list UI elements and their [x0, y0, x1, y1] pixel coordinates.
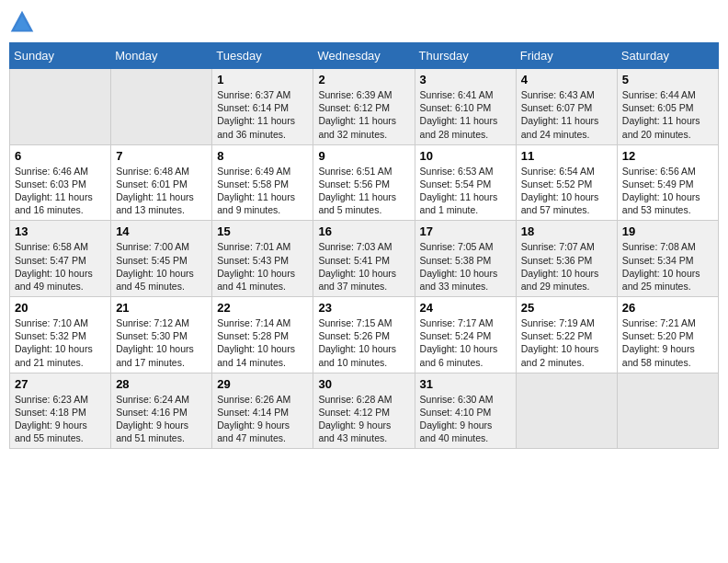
cell-details: Sunrise: 6:24 AM Sunset: 4:16 PM Dayligh…: [116, 393, 207, 445]
calendar-week-row: 27Sunrise: 6:23 AM Sunset: 4:18 PM Dayli…: [10, 373, 719, 449]
cell-details: Sunrise: 6:37 AM Sunset: 6:14 PM Dayligh…: [217, 88, 308, 141]
calendar-cell: 1Sunrise: 6:37 AM Sunset: 6:14 PM Daylig…: [212, 69, 313, 145]
cell-details: Sunrise: 7:07 AM Sunset: 5:36 PM Dayligh…: [521, 240, 612, 293]
calendar-cell: 16Sunrise: 7:03 AM Sunset: 5:41 PM Dayli…: [313, 221, 415, 297]
cell-details: Sunrise: 7:21 AM Sunset: 5:20 PM Dayligh…: [622, 316, 713, 369]
calendar-cell: 22Sunrise: 7:14 AM Sunset: 5:28 PM Dayli…: [212, 297, 313, 373]
cell-details: Sunrise: 7:05 AM Sunset: 5:38 PM Dayligh…: [420, 240, 511, 293]
cell-details: Sunrise: 6:28 AM Sunset: 4:12 PM Dayligh…: [318, 393, 409, 445]
cell-details: Sunrise: 6:46 AM Sunset: 6:03 PM Dayligh…: [15, 165, 106, 217]
calendar-cell: 19Sunrise: 7:08 AM Sunset: 5:34 PM Dayli…: [617, 221, 718, 297]
day-number: 13: [15, 224, 106, 238]
calendar-cell: 29Sunrise: 6:26 AM Sunset: 4:14 PM Dayli…: [212, 373, 313, 449]
calendar-cell: [516, 373, 617, 449]
calendar-cell: 23Sunrise: 7:15 AM Sunset: 5:26 PM Dayli…: [313, 297, 415, 373]
cell-details: Sunrise: 6:49 AM Sunset: 5:58 PM Dayligh…: [217, 165, 308, 217]
day-number: 21: [116, 301, 207, 315]
cell-details: Sunrise: 6:56 AM Sunset: 5:49 PM Dayligh…: [622, 165, 713, 217]
day-number: 20: [15, 301, 106, 315]
calendar-cell: [111, 69, 212, 145]
day-number: 14: [116, 224, 207, 238]
calendar-cell: 30Sunrise: 6:28 AM Sunset: 4:12 PM Dayli…: [313, 373, 415, 449]
day-number: 19: [622, 224, 713, 238]
calendar-header-row: SundayMondayTuesdayWednesdayThursdayFrid…: [10, 43, 719, 69]
logo-icon: [9, 9, 35, 35]
day-number: 28: [116, 377, 207, 391]
day-number: 27: [15, 377, 106, 391]
calendar-cell: 21Sunrise: 7:12 AM Sunset: 5:30 PM Dayli…: [111, 297, 212, 373]
cell-details: Sunrise: 7:15 AM Sunset: 5:26 PM Dayligh…: [318, 316, 409, 369]
calendar-cell: 13Sunrise: 6:58 AM Sunset: 5:47 PM Dayli…: [10, 221, 111, 297]
calendar-cell: 14Sunrise: 7:00 AM Sunset: 5:45 PM Dayli…: [111, 221, 212, 297]
cell-details: Sunrise: 7:01 AM Sunset: 5:43 PM Dayligh…: [217, 240, 308, 293]
day-number: 9: [318, 149, 409, 163]
calendar-cell: 17Sunrise: 7:05 AM Sunset: 5:38 PM Dayli…: [415, 221, 516, 297]
calendar-cell: 9Sunrise: 6:51 AM Sunset: 5:56 PM Daylig…: [313, 144, 415, 221]
cell-details: Sunrise: 7:12 AM Sunset: 5:30 PM Dayligh…: [116, 316, 207, 369]
calendar-cell: 26Sunrise: 7:21 AM Sunset: 5:20 PM Dayli…: [617, 297, 718, 373]
day-number: 17: [420, 224, 511, 238]
calendar-week-row: 6Sunrise: 6:46 AM Sunset: 6:03 PM Daylig…: [10, 144, 719, 221]
day-number: 22: [217, 301, 308, 315]
day-number: 15: [217, 224, 308, 238]
cell-details: Sunrise: 6:41 AM Sunset: 6:10 PM Dayligh…: [420, 88, 511, 141]
day-number: 29: [217, 377, 308, 391]
day-number: 12: [622, 149, 713, 163]
logo: [9, 9, 39, 35]
cell-details: Sunrise: 6:58 AM Sunset: 5:47 PM Dayligh…: [15, 240, 106, 293]
column-header-tuesday: Tuesday: [212, 43, 313, 69]
column-header-friday: Friday: [516, 43, 617, 69]
column-header-wednesday: Wednesday: [313, 43, 415, 69]
day-number: 8: [217, 149, 308, 163]
header: [9, 9, 719, 35]
cell-details: Sunrise: 6:26 AM Sunset: 4:14 PM Dayligh…: [217, 393, 308, 445]
calendar-cell: 2Sunrise: 6:39 AM Sunset: 6:12 PM Daylig…: [313, 69, 415, 145]
column-header-saturday: Saturday: [617, 43, 718, 69]
cell-details: Sunrise: 6:54 AM Sunset: 5:52 PM Dayligh…: [521, 165, 612, 217]
day-number: 7: [116, 149, 207, 163]
day-number: 16: [318, 224, 409, 238]
day-number: 4: [521, 73, 612, 86]
day-number: 23: [318, 301, 409, 315]
cell-details: Sunrise: 6:39 AM Sunset: 6:12 PM Dayligh…: [318, 88, 409, 141]
day-number: 26: [622, 301, 713, 315]
calendar-cell: 3Sunrise: 6:41 AM Sunset: 6:10 PM Daylig…: [415, 69, 516, 145]
column-header-monday: Monday: [111, 43, 212, 69]
cell-details: Sunrise: 6:43 AM Sunset: 6:07 PM Dayligh…: [521, 88, 612, 141]
cell-details: Sunrise: 6:53 AM Sunset: 5:54 PM Dayligh…: [420, 165, 511, 217]
calendar-cell: 7Sunrise: 6:48 AM Sunset: 6:01 PM Daylig…: [111, 144, 212, 221]
calendar-cell: 4Sunrise: 6:43 AM Sunset: 6:07 PM Daylig…: [516, 69, 617, 145]
calendar-week-row: 20Sunrise: 7:10 AM Sunset: 5:32 PM Dayli…: [10, 297, 719, 373]
calendar-table: SundayMondayTuesdayWednesdayThursdayFrid…: [9, 42, 719, 449]
day-number: 5: [622, 73, 713, 86]
calendar-cell: 31Sunrise: 6:30 AM Sunset: 4:10 PM Dayli…: [415, 373, 516, 449]
calendar-cell: 27Sunrise: 6:23 AM Sunset: 4:18 PM Dayli…: [10, 373, 111, 449]
cell-details: Sunrise: 6:51 AM Sunset: 5:56 PM Dayligh…: [318, 165, 409, 217]
column-header-sunday: Sunday: [10, 43, 111, 69]
day-number: 25: [521, 301, 612, 315]
calendar-cell: 18Sunrise: 7:07 AM Sunset: 5:36 PM Dayli…: [516, 221, 617, 297]
calendar-cell: 8Sunrise: 6:49 AM Sunset: 5:58 PM Daylig…: [212, 144, 313, 221]
cell-details: Sunrise: 7:19 AM Sunset: 5:22 PM Dayligh…: [521, 316, 612, 369]
calendar-cell: 12Sunrise: 6:56 AM Sunset: 5:49 PM Dayli…: [617, 144, 718, 221]
calendar-cell: 6Sunrise: 6:46 AM Sunset: 6:03 PM Daylig…: [10, 144, 111, 221]
cell-details: Sunrise: 7:14 AM Sunset: 5:28 PM Dayligh…: [217, 316, 308, 369]
calendar-cell: 20Sunrise: 7:10 AM Sunset: 5:32 PM Dayli…: [10, 297, 111, 373]
cell-details: Sunrise: 7:00 AM Sunset: 5:45 PM Dayligh…: [116, 240, 207, 293]
cell-details: Sunrise: 6:23 AM Sunset: 4:18 PM Dayligh…: [15, 393, 106, 445]
day-number: 11: [521, 149, 612, 163]
calendar-week-row: 13Sunrise: 6:58 AM Sunset: 5:47 PM Dayli…: [10, 221, 719, 297]
cell-details: Sunrise: 6:44 AM Sunset: 6:05 PM Dayligh…: [622, 88, 713, 141]
cell-details: Sunrise: 6:30 AM Sunset: 4:10 PM Dayligh…: [420, 393, 511, 445]
calendar-cell: 10Sunrise: 6:53 AM Sunset: 5:54 PM Dayli…: [415, 144, 516, 221]
calendar-cell: [10, 69, 111, 145]
day-number: 6: [15, 149, 106, 163]
calendar-cell: 5Sunrise: 6:44 AM Sunset: 6:05 PM Daylig…: [617, 69, 718, 145]
day-number: 3: [420, 73, 511, 86]
calendar-cell: 25Sunrise: 7:19 AM Sunset: 5:22 PM Dayli…: [516, 297, 617, 373]
day-number: 1: [217, 73, 308, 86]
cell-details: Sunrise: 6:48 AM Sunset: 6:01 PM Dayligh…: [116, 165, 207, 217]
calendar-cell: [617, 373, 718, 449]
calendar-week-row: 1Sunrise: 6:37 AM Sunset: 6:14 PM Daylig…: [10, 69, 719, 145]
day-number: 24: [420, 301, 511, 315]
